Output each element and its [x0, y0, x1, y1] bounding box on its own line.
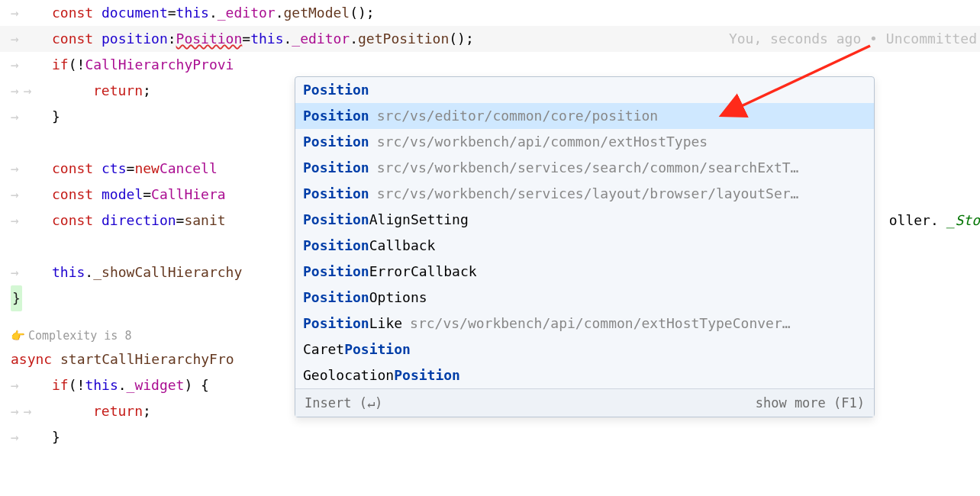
- dot: .: [209, 0, 218, 26]
- suggest-item[interactable]: CaretPosition: [295, 337, 874, 362]
- suggest-item-label: CaretPosition: [303, 337, 411, 362]
- suggest-item-label: Position: [303, 181, 369, 207]
- suggest-item-label: Position: [303, 103, 369, 129]
- type-name: CallHiera: [151, 182, 226, 208]
- dot: .: [350, 26, 358, 52]
- identifier: model: [102, 182, 143, 208]
- indent-guide: →: [11, 208, 52, 234]
- suggest-item[interactable]: PositionOptions: [295, 285, 874, 311]
- dot: .: [276, 0, 284, 26]
- suggest-item-path: src/vs/workbench/services/search/common/…: [377, 155, 866, 181]
- code-line[interactable]: → if (! CallHierarchyProvi: [0, 52, 980, 78]
- suggest-item-label: PositionLike: [303, 311, 402, 337]
- suggest-item-path: src/vs/workbench/api/common/extHostTypes: [377, 129, 866, 155]
- suggest-item[interactable]: Position: [295, 77, 874, 103]
- this-keyword: this: [250, 26, 283, 52]
- indent-guide: →: [11, 26, 52, 52]
- indent-guide: →: [11, 104, 52, 130]
- indent-guide: →: [11, 156, 52, 182]
- suggest-item-label: PositionOptions: [303, 285, 427, 311]
- complexity-label: Complexity is 8: [28, 323, 131, 349]
- trailing-text: _Sto: [947, 212, 980, 228]
- brace: }: [52, 424, 60, 450]
- keyword-async: async: [11, 346, 52, 372]
- property: _widget: [127, 372, 185, 398]
- suggest-list[interactable]: PositionPositionsrc/vs/editor/common/cor…: [295, 77, 874, 388]
- punct: ;: [143, 78, 151, 104]
- code-line[interactable]: → }: [0, 424, 980, 450]
- suggest-item-label: PositionAlignSetting: [303, 207, 469, 233]
- indent-guide: →→: [11, 78, 93, 104]
- type-annotation-error: Position: [176, 26, 243, 52]
- identifier: document: [102, 0, 168, 26]
- method-call: _showCallHierarchy: [93, 259, 242, 285]
- indent-guide: →: [11, 424, 52, 450]
- punct: ;: [143, 398, 151, 424]
- keyword-return: return: [93, 398, 143, 424]
- keyword-const: const: [52, 0, 93, 26]
- method-name: startCallHierarchyFro: [60, 346, 234, 372]
- indent-guide: →→: [11, 398, 93, 424]
- keyword-if: if: [52, 372, 69, 398]
- punct: ();: [449, 26, 474, 52]
- suggest-item[interactable]: Positionsrc/vs/workbench/services/layout…: [295, 181, 874, 207]
- colon: :: [168, 26, 176, 52]
- keyword-const: const: [52, 182, 93, 208]
- call: sanit: [184, 208, 225, 234]
- indent-guide: →: [11, 0, 52, 26]
- operator: =: [168, 0, 176, 26]
- suggest-item-path: src/vs/workbench/api/common/extHostTypeC…: [410, 311, 866, 337]
- suggest-insert-hint: Insert (↵): [305, 392, 382, 414]
- trailing-text: oller.: [889, 212, 939, 228]
- suggest-widget[interactable]: PositionPositionsrc/vs/editor/common/cor…: [295, 76, 875, 417]
- keyword-const: const: [52, 156, 93, 182]
- indent-guide: →: [11, 259, 52, 285]
- suggest-item-label: GeolocationPosition: [303, 362, 460, 388]
- indent-guide: →: [11, 52, 52, 78]
- suggest-item[interactable]: Positionsrc/vs/workbench/services/search…: [295, 155, 874, 181]
- suggest-item[interactable]: Positionsrc/vs/workbench/api/common/extH…: [295, 129, 874, 155]
- property: _editor: [218, 0, 276, 26]
- suggest-item[interactable]: PositionCallback: [295, 233, 874, 259]
- identifier: CallHierarchyProvi: [85, 52, 234, 78]
- suggest-item[interactable]: GeolocationPosition: [295, 362, 874, 388]
- dot: .: [283, 26, 292, 52]
- suggest-item[interactable]: PositionAlignSetting: [295, 207, 874, 233]
- suggest-item[interactable]: PositionErrorCallback: [295, 259, 874, 285]
- this-keyword: this: [85, 372, 118, 398]
- dot: .: [85, 259, 93, 285]
- suggest-item-path: src/vs/editor/common/core/position: [377, 103, 866, 129]
- operator: =: [127, 156, 135, 182]
- method-call: getModel: [283, 0, 350, 26]
- pointing-hand-icon: 👉: [11, 323, 25, 349]
- suggest-item-label: Position: [303, 155, 369, 181]
- code-line[interactable]: → const document = this . _editor . getM…: [0, 0, 980, 26]
- punct: ) {: [184, 372, 209, 398]
- keyword-const: const: [52, 208, 93, 234]
- punct: ();: [350, 0, 375, 26]
- suggest-item-label: Position: [303, 129, 369, 155]
- suggest-item-label: PositionCallback: [303, 233, 435, 259]
- operator: =: [242, 26, 250, 52]
- brace-highlight: }: [11, 285, 22, 311]
- suggest-item-label: Position: [303, 77, 369, 103]
- keyword-return: return: [93, 78, 143, 104]
- identifier: cts: [102, 156, 127, 182]
- identifier: position: [102, 26, 168, 52]
- git-blame-annotation: You, seconds ago • Uncommitted: [729, 26, 977, 52]
- indent-guide: →: [11, 182, 52, 208]
- keyword-if: if: [52, 52, 69, 78]
- brace: }: [52, 104, 60, 130]
- suggest-item[interactable]: PositionLikesrc/vs/workbench/api/common/…: [295, 311, 874, 337]
- dot: .: [118, 372, 127, 398]
- suggest-show-more[interactable]: show more (F1): [756, 392, 865, 414]
- this-keyword: this: [176, 0, 209, 26]
- this-keyword: this: [52, 259, 85, 285]
- keyword-const: const: [52, 26, 93, 52]
- suggest-item[interactable]: Positionsrc/vs/editor/common/core/positi…: [295, 103, 874, 129]
- suggest-footer: Insert (↵) show more (F1): [295, 388, 874, 417]
- code-line-active[interactable]: → const position : Position = this . _ed…: [0, 26, 980, 52]
- suggest-item-label: PositionErrorCallback: [303, 259, 477, 285]
- method-call: getPosition: [358, 26, 449, 52]
- suggest-item-path: src/vs/workbench/services/layout/browser…: [377, 181, 866, 207]
